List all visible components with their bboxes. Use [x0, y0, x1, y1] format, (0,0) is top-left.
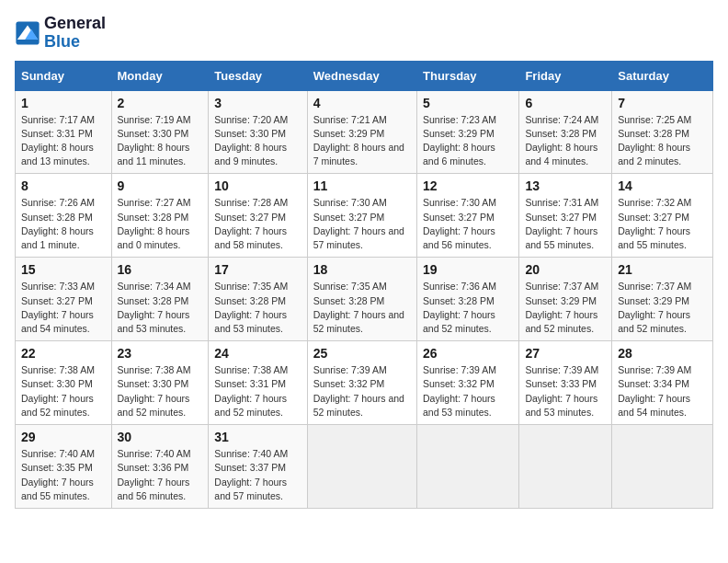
day-info: Sunrise: 7:38 AM Sunset: 3:30 PM Dayligh… [21, 363, 106, 419]
day-info: Sunrise: 7:38 AM Sunset: 3:31 PM Dayligh… [214, 363, 301, 419]
day-info: Sunrise: 7:34 AM Sunset: 3:28 PM Dayligh… [118, 280, 203, 336]
day-number: 14 [618, 178, 707, 193]
day-number: 1 [21, 96, 106, 110]
calendar-cell: 4 Sunrise: 7:21 AM Sunset: 3:29 PM Dayli… [307, 90, 416, 174]
logo: GeneralBlue [15, 15, 106, 52]
day-number: 6 [525, 96, 606, 110]
weekday-header-monday: Monday [111, 61, 209, 90]
day-number: 4 [313, 96, 411, 110]
calendar-cell: 30 Sunrise: 7:40 AM Sunset: 3:36 PM Dayl… [111, 425, 209, 509]
day-number: 13 [525, 178, 606, 193]
calendar-table: SundayMondayTuesdayWednesdayThursdayFrid… [15, 61, 713, 509]
calendar-cell: 19 Sunrise: 7:36 AM Sunset: 3:28 PM Dayl… [417, 258, 519, 341]
day-info: Sunrise: 7:20 AM Sunset: 3:30 PM Dayligh… [214, 113, 301, 169]
day-info: Sunrise: 7:30 AM Sunset: 3:27 PM Dayligh… [423, 196, 513, 252]
calendar-cell [519, 425, 612, 509]
calendar-cell: 20 Sunrise: 7:37 AM Sunset: 3:29 PM Dayl… [519, 258, 612, 341]
calendar-cell: 13 Sunrise: 7:31 AM Sunset: 3:27 PM Dayl… [519, 174, 612, 258]
calendar-cell: 11 Sunrise: 7:30 AM Sunset: 3:27 PM Dayl… [307, 174, 416, 258]
day-number: 23 [118, 346, 203, 361]
calendar-cell: 9 Sunrise: 7:27 AM Sunset: 3:28 PM Dayli… [111, 174, 209, 258]
weekday-header-wednesday: Wednesday [307, 61, 416, 90]
day-info: Sunrise: 7:32 AM Sunset: 3:27 PM Dayligh… [618, 196, 707, 252]
weekday-header-thursday: Thursday [417, 61, 519, 90]
calendar-cell: 26 Sunrise: 7:39 AM Sunset: 3:32 PM Dayl… [417, 341, 519, 425]
day-info: Sunrise: 7:35 AM Sunset: 3:28 PM Dayligh… [313, 280, 411, 336]
logo-text: GeneralBlue [44, 15, 106, 52]
calendar-week-row: 22 Sunrise: 7:38 AM Sunset: 3:30 PM Dayl… [16, 341, 713, 425]
day-number: 11 [313, 178, 411, 193]
day-info: Sunrise: 7:26 AM Sunset: 3:28 PM Dayligh… [21, 196, 106, 252]
day-number: 19 [423, 262, 513, 277]
day-info: Sunrise: 7:19 AM Sunset: 3:30 PM Dayligh… [118, 113, 203, 169]
day-number: 2 [118, 96, 203, 110]
calendar-cell: 3 Sunrise: 7:20 AM Sunset: 3:30 PM Dayli… [209, 90, 307, 174]
calendar-cell: 12 Sunrise: 7:30 AM Sunset: 3:27 PM Dayl… [417, 174, 519, 258]
day-number: 20 [525, 262, 606, 277]
day-info: Sunrise: 7:25 AM Sunset: 3:28 PM Dayligh… [618, 113, 707, 169]
day-info: Sunrise: 7:40 AM Sunset: 3:35 PM Dayligh… [21, 447, 106, 503]
calendar-cell: 14 Sunrise: 7:32 AM Sunset: 3:27 PM Dayl… [612, 174, 713, 258]
calendar-cell: 29 Sunrise: 7:40 AM Sunset: 3:35 PM Dayl… [16, 425, 112, 509]
calendar-cell: 17 Sunrise: 7:35 AM Sunset: 3:28 PM Dayl… [209, 258, 307, 341]
calendar-cell: 21 Sunrise: 7:37 AM Sunset: 3:29 PM Dayl… [612, 258, 713, 341]
header-area: GeneralBlue [15, 15, 713, 52]
day-info: Sunrise: 7:39 AM Sunset: 3:34 PM Dayligh… [618, 363, 707, 419]
calendar-cell: 25 Sunrise: 7:39 AM Sunset: 3:32 PM Dayl… [307, 341, 416, 425]
day-info: Sunrise: 7:23 AM Sunset: 3:29 PM Dayligh… [423, 113, 513, 169]
day-info: Sunrise: 7:17 AM Sunset: 3:31 PM Dayligh… [21, 113, 106, 169]
calendar-week-row: 29 Sunrise: 7:40 AM Sunset: 3:35 PM Dayl… [16, 425, 713, 509]
calendar-cell: 8 Sunrise: 7:26 AM Sunset: 3:28 PM Dayli… [16, 174, 112, 258]
day-number: 17 [214, 262, 301, 277]
calendar-cell [612, 425, 713, 509]
day-info: Sunrise: 7:37 AM Sunset: 3:29 PM Dayligh… [525, 280, 606, 336]
day-number: 15 [21, 262, 106, 277]
day-info: Sunrise: 7:35 AM Sunset: 3:28 PM Dayligh… [214, 280, 301, 336]
day-info: Sunrise: 7:31 AM Sunset: 3:27 PM Dayligh… [525, 196, 606, 252]
day-number: 12 [423, 178, 513, 193]
calendar-cell: 22 Sunrise: 7:38 AM Sunset: 3:30 PM Dayl… [16, 341, 112, 425]
day-number: 7 [618, 96, 707, 110]
day-info: Sunrise: 7:21 AM Sunset: 3:29 PM Dayligh… [313, 113, 411, 169]
logo-icon [15, 20, 40, 46]
day-number: 8 [21, 178, 106, 193]
day-number: 5 [423, 96, 513, 110]
calendar-week-row: 15 Sunrise: 7:33 AM Sunset: 3:27 PM Dayl… [16, 258, 713, 341]
calendar-cell: 1 Sunrise: 7:17 AM Sunset: 3:31 PM Dayli… [16, 90, 112, 174]
calendar-cell [417, 425, 519, 509]
day-number: 31 [214, 430, 301, 444]
weekday-header-sunday: Sunday [16, 61, 112, 90]
day-number: 21 [618, 262, 707, 277]
calendar-cell: 28 Sunrise: 7:39 AM Sunset: 3:34 PM Dayl… [612, 341, 713, 425]
calendar-week-row: 1 Sunrise: 7:17 AM Sunset: 3:31 PM Dayli… [16, 90, 713, 174]
weekday-header-friday: Friday [519, 61, 612, 90]
calendar-cell: 15 Sunrise: 7:33 AM Sunset: 3:27 PM Dayl… [16, 258, 112, 341]
weekday-header-row: SundayMondayTuesdayWednesdayThursdayFrid… [16, 61, 713, 90]
calendar-cell: 7 Sunrise: 7:25 AM Sunset: 3:28 PM Dayli… [612, 90, 713, 174]
day-info: Sunrise: 7:24 AM Sunset: 3:28 PM Dayligh… [525, 113, 606, 169]
day-info: Sunrise: 7:40 AM Sunset: 3:36 PM Dayligh… [118, 447, 203, 503]
calendar-cell: 18 Sunrise: 7:35 AM Sunset: 3:28 PM Dayl… [307, 258, 416, 341]
day-number: 3 [214, 96, 301, 110]
day-info: Sunrise: 7:40 AM Sunset: 3:37 PM Dayligh… [214, 447, 301, 503]
calendar-cell: 16 Sunrise: 7:34 AM Sunset: 3:28 PM Dayl… [111, 258, 209, 341]
calendar-cell: 6 Sunrise: 7:24 AM Sunset: 3:28 PM Dayli… [519, 90, 612, 174]
day-info: Sunrise: 7:39 AM Sunset: 3:32 PM Dayligh… [313, 363, 411, 419]
calendar-cell: 24 Sunrise: 7:38 AM Sunset: 3:31 PM Dayl… [209, 341, 307, 425]
day-info: Sunrise: 7:39 AM Sunset: 3:33 PM Dayligh… [525, 363, 606, 419]
day-number: 10 [214, 178, 301, 193]
day-number: 24 [214, 346, 301, 361]
day-number: 30 [118, 430, 203, 444]
calendar-cell: 10 Sunrise: 7:28 AM Sunset: 3:27 PM Dayl… [209, 174, 307, 258]
weekday-header-tuesday: Tuesday [209, 61, 307, 90]
day-info: Sunrise: 7:37 AM Sunset: 3:29 PM Dayligh… [618, 280, 707, 336]
day-info: Sunrise: 7:33 AM Sunset: 3:27 PM Dayligh… [21, 280, 106, 336]
calendar-cell [307, 425, 416, 509]
day-number: 16 [118, 262, 203, 277]
day-number: 26 [423, 346, 513, 361]
calendar-cell: 27 Sunrise: 7:39 AM Sunset: 3:33 PM Dayl… [519, 341, 612, 425]
calendar-cell: 5 Sunrise: 7:23 AM Sunset: 3:29 PM Dayli… [417, 90, 519, 174]
day-info: Sunrise: 7:30 AM Sunset: 3:27 PM Dayligh… [313, 196, 411, 252]
day-number: 9 [118, 178, 203, 193]
day-number: 29 [21, 430, 106, 444]
